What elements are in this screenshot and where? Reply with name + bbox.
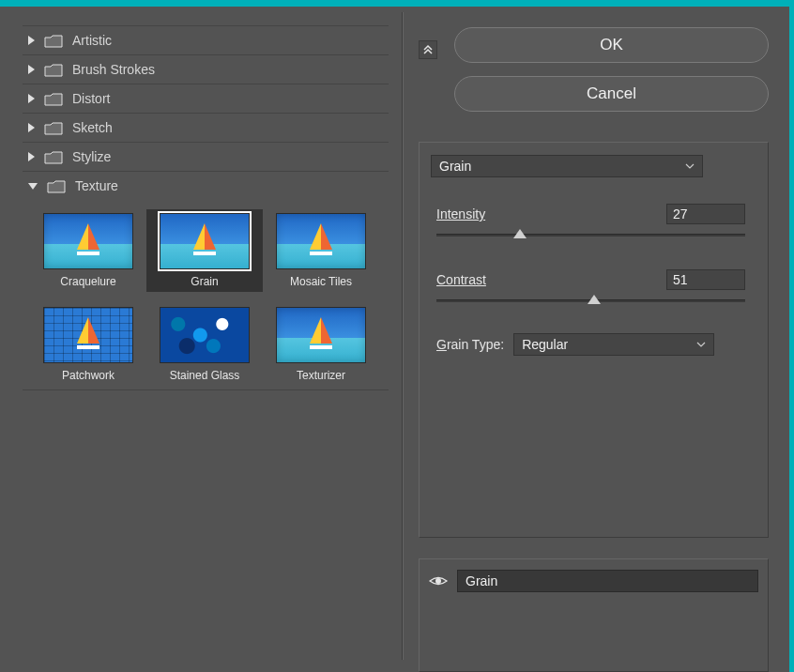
contrast-input[interactable] [666, 269, 745, 290]
cancel-button-label: Cancel [587, 84, 636, 103]
grain-type-dropdown[interactable]: Regular [513, 333, 714, 356]
thumb-label: Texturizer [297, 369, 345, 382]
category-sketch[interactable]: Sketch [23, 113, 389, 142]
thumbnail-art [74, 223, 102, 257]
svg-marker-1 [77, 223, 88, 250]
category-stylize[interactable]: Stylize [23, 142, 389, 171]
thumb-grain[interactable]: Grain [146, 209, 263, 292]
svg-marker-7 [310, 223, 321, 250]
category-label: Artistic [72, 33, 112, 48]
panel-divider [402, 12, 404, 660]
contrast-label: Contrast [436, 272, 486, 287]
window-border-right [789, 7, 794, 672]
contrast-slider[interactable] [436, 294, 745, 309]
slider-track [436, 234, 745, 237]
category-label: Brush Strokes [72, 62, 155, 77]
thumb-patchwork[interactable]: Patchwork [30, 303, 146, 386]
filter-select-value: Grain [439, 159, 471, 174]
expand-icon [28, 65, 35, 74]
svg-rect-11 [77, 345, 99, 349]
thumb-label: Mosaic Tiles [290, 275, 352, 288]
category-label: Distort [72, 91, 110, 106]
expand-icon [28, 36, 35, 45]
category-label: Stylize [72, 149, 111, 164]
expand-icon [28, 94, 35, 103]
thumbnail-image [160, 307, 250, 363]
thumb-mosaic-tiles[interactable]: Mosaic Tiles [263, 209, 379, 292]
svg-marker-4 [193, 223, 205, 250]
collapse-icon [28, 183, 38, 190]
expand-icon [28, 152, 35, 161]
svg-point-15 [435, 578, 441, 584]
effect-name-field[interactable]: Grain [457, 570, 758, 592]
thumbnail-art [74, 317, 102, 351]
svg-rect-14 [310, 345, 332, 349]
collapse-settings-button[interactable] [419, 40, 437, 59]
thumb-label: Patchwork [62, 369, 115, 382]
svg-rect-5 [193, 252, 216, 255]
svg-marker-13 [310, 317, 321, 344]
thumbnail-art [191, 223, 219, 257]
visibility-icon[interactable] [429, 574, 448, 588]
category-texture[interactable]: Texture [23, 171, 389, 200]
chevron-up-double-icon [422, 44, 434, 55]
window-title-bar [0, 0, 794, 7]
category-artistic[interactable]: Artistic [23, 25, 389, 54]
thumbnail-image [276, 307, 366, 363]
folder-icon [47, 179, 66, 193]
ok-button[interactable]: OK [454, 27, 769, 63]
thumbnail-image [276, 213, 366, 269]
thumbnail-image [43, 213, 133, 269]
category-distort[interactable]: Distort [23, 84, 389, 113]
thumb-label: Stained Glass [170, 369, 240, 382]
texture-thumbnails: Craquelure Grain [23, 200, 389, 389]
chevron-down-icon [685, 163, 695, 169]
svg-rect-2 [77, 252, 99, 255]
filter-select-dropdown[interactable]: Grain [431, 155, 703, 177]
effect-name-label: Grain [466, 573, 497, 588]
category-label: Texture [75, 178, 118, 193]
folder-icon [44, 150, 63, 164]
svg-marker-3 [205, 223, 216, 250]
folder-icon [44, 63, 63, 77]
svg-rect-8 [310, 252, 332, 255]
thumbnail-image [160, 213, 250, 269]
chevron-down-icon [696, 342, 706, 347]
grain-type-value: Regular [522, 337, 568, 352]
grain-type-label: Grain Type: [436, 337, 504, 352]
intensity-input[interactable] [666, 204, 745, 224]
thumb-stained-glass[interactable]: Stained Glass [146, 303, 263, 386]
thumbnail-image [43, 307, 133, 363]
effect-layer-row[interactable]: Grain [429, 569, 758, 593]
thumb-label: Craquelure [60, 275, 115, 288]
effect-stack-panel: Grain [419, 558, 769, 672]
category-brush-strokes[interactable]: Brush Strokes [23, 54, 389, 84]
category-label: Sketch [72, 120, 113, 135]
thumb-craquelure[interactable]: Craquelure [30, 209, 146, 292]
thumb-texturizer[interactable]: Texturizer [263, 303, 379, 386]
svg-marker-10 [77, 317, 88, 344]
thumbnail-art [307, 223, 335, 257]
thumb-label: Grain [191, 275, 218, 288]
intensity-label: Intensity [436, 206, 485, 221]
intensity-slider[interactable] [436, 228, 745, 243]
slider-thumb[interactable] [588, 295, 601, 304]
expand-icon [28, 123, 35, 132]
thumbnail-art [307, 317, 335, 351]
folder-icon [44, 34, 63, 48]
svg-marker-12 [321, 317, 332, 344]
ok-button-label: OK [600, 36, 623, 54]
filter-category-panel: Artistic Brush Strokes Distort [0, 7, 402, 672]
folder-icon [44, 92, 63, 106]
svg-marker-0 [88, 223, 99, 250]
slider-thumb[interactable] [513, 229, 527, 238]
svg-marker-6 [321, 223, 332, 250]
filter-settings-panel: Grain Intensity Contrast Grain Type: [419, 142, 769, 538]
cancel-button[interactable]: Cancel [454, 76, 769, 112]
svg-marker-9 [88, 317, 99, 344]
folder-icon [44, 121, 63, 135]
